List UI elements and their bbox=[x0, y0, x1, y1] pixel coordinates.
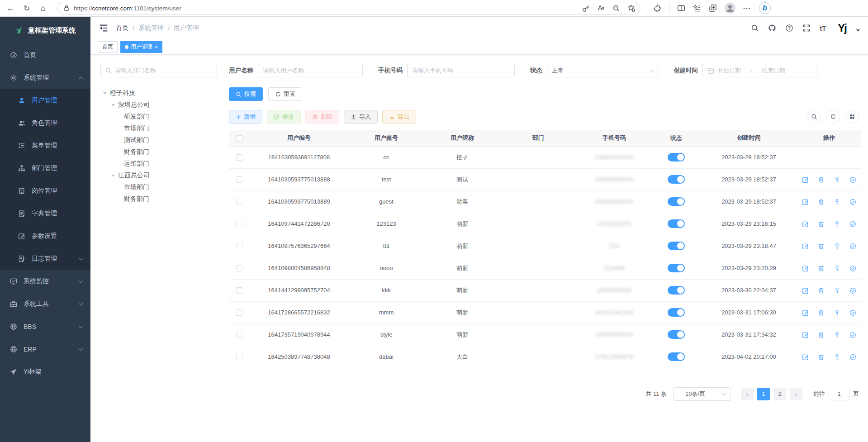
table-search-icon[interactable] bbox=[807, 110, 821, 124]
profile-avatar[interactable] bbox=[725, 3, 735, 14]
date-range-input[interactable]: 开始日期 - 结束日期 bbox=[702, 64, 817, 77]
font-size-icon[interactable]: tT bbox=[820, 24, 826, 32]
address-bar[interactable]: https://ccnetcore.com:1101/system/user bbox=[57, 2, 640, 14]
password-key-icon[interactable] bbox=[582, 5, 590, 12]
search-button[interactable]: 搜索 bbox=[229, 87, 263, 101]
edit-action-icon[interactable] bbox=[802, 199, 809, 205]
reset-button[interactable]: 重置 bbox=[268, 87, 302, 101]
edit-action-icon[interactable] bbox=[802, 176, 809, 183]
breadcrumb-item[interactable]: 首页 bbox=[116, 24, 128, 32]
sidebar-item-monitor[interactable]: 系统监控 bbox=[0, 270, 90, 293]
home-icon[interactable]: ⌂ bbox=[37, 2, 49, 14]
row-checkbox[interactable] bbox=[236, 332, 242, 338]
assign-role-action-icon[interactable] bbox=[849, 199, 856, 205]
sidebar-item-role[interactable]: 角色管理 bbox=[0, 112, 90, 134]
edit-action-icon[interactable] bbox=[802, 354, 809, 361]
github-icon[interactable] bbox=[768, 24, 776, 32]
tree-node[interactable]: 运维部门 bbox=[100, 158, 217, 170]
export-button[interactable]: 导出 bbox=[382, 110, 416, 124]
reset-password-action-icon[interactable] bbox=[834, 265, 840, 272]
tree-expand-icon[interactable] bbox=[111, 175, 115, 177]
tree-expand-icon[interactable] bbox=[103, 92, 107, 95]
copilot-icon[interactable]: b bbox=[759, 2, 771, 14]
tag-用户管理[interactable]: 用户管理× bbox=[120, 41, 162, 53]
reset-password-action-icon[interactable] bbox=[834, 176, 840, 183]
delete-action-icon[interactable] bbox=[818, 265, 825, 272]
goto-page-input[interactable]: 1 bbox=[829, 388, 849, 400]
tree-node[interactable]: 财务部门 bbox=[100, 193, 217, 205]
close-icon[interactable]: × bbox=[155, 44, 158, 50]
split-screen-icon[interactable] bbox=[677, 4, 685, 12]
dept-search-input[interactable]: 请输入部门名称 bbox=[100, 64, 217, 77]
assign-role-action-icon[interactable] bbox=[849, 309, 856, 316]
row-checkbox[interactable] bbox=[236, 154, 242, 161]
assign-role-action-icon[interactable] bbox=[849, 176, 856, 183]
status-toggle[interactable] bbox=[668, 197, 685, 206]
edit-action-icon[interactable] bbox=[802, 221, 809, 228]
sidebar-item-yi[interactable]: Yi框架 bbox=[0, 361, 90, 383]
status-toggle[interactable] bbox=[668, 242, 685, 250]
reset-password-action-icon[interactable] bbox=[834, 199, 840, 205]
row-checkbox[interactable] bbox=[236, 176, 242, 183]
sidebar-item-system[interactable]: 系统管理 bbox=[0, 67, 90, 89]
delete-action-icon[interactable] bbox=[818, 332, 825, 338]
tag-首页[interactable]: 首页 bbox=[98, 41, 118, 53]
status-toggle[interactable] bbox=[668, 175, 685, 184]
edit-action-icon[interactable] bbox=[802, 332, 809, 338]
reset-password-action-icon[interactable] bbox=[834, 354, 840, 361]
sidebar-item-menu[interactable]: 菜单管理 bbox=[0, 134, 90, 157]
user-avatar-logo[interactable]: Yj bbox=[838, 22, 846, 34]
status-toggle[interactable] bbox=[668, 330, 685, 339]
refresh-icon[interactable]: ↻ bbox=[21, 2, 33, 14]
delete-action-icon[interactable] bbox=[818, 354, 825, 361]
assign-role-action-icon[interactable] bbox=[849, 243, 856, 250]
next-page-button[interactable]: › bbox=[790, 388, 802, 400]
tree-node[interactable]: 深圳总公司 bbox=[100, 99, 217, 111]
assign-role-action-icon[interactable] bbox=[849, 354, 856, 361]
page-size-select[interactable]: 10条/页 bbox=[673, 387, 731, 401]
table-refresh-icon[interactable] bbox=[826, 110, 840, 124]
prev-page-button[interactable]: ‹ bbox=[741, 388, 754, 400]
row-checkbox[interactable] bbox=[236, 199, 242, 205]
assign-role-action-icon[interactable] bbox=[849, 332, 856, 338]
zoom-out-icon[interactable] bbox=[612, 5, 620, 12]
reset-password-action-icon[interactable] bbox=[834, 243, 840, 250]
status-toggle[interactable] bbox=[668, 286, 685, 295]
sidebar-item-home[interactable]: 首页 bbox=[0, 44, 90, 67]
status-toggle[interactable] bbox=[668, 308, 685, 317]
assign-role-action-icon[interactable] bbox=[849, 265, 856, 272]
assign-role-action-icon[interactable] bbox=[849, 221, 856, 228]
status-toggle[interactable] bbox=[668, 264, 685, 272]
delete-action-icon[interactable] bbox=[818, 287, 825, 294]
delete-action-icon[interactable] bbox=[818, 243, 825, 250]
row-checkbox[interactable] bbox=[236, 265, 242, 271]
sidebar-item-dict[interactable]: 字典管理 bbox=[0, 202, 90, 225]
import-button[interactable]: 导入 bbox=[344, 110, 378, 124]
tree-node[interactable]: 市场部门 bbox=[100, 123, 217, 134]
sidebar-item-bbs[interactable]: BBS bbox=[0, 315, 90, 338]
edit-action-icon[interactable] bbox=[802, 309, 809, 316]
more-icon[interactable]: ··· bbox=[743, 5, 751, 12]
page-button-1[interactable]: 1 bbox=[757, 388, 770, 400]
delete-action-icon[interactable] bbox=[818, 176, 825, 183]
delete-button[interactable]: 删除 bbox=[305, 110, 339, 124]
search-icon[interactable] bbox=[751, 24, 759, 32]
tree-node[interactable]: 财务部门 bbox=[100, 146, 217, 158]
edit-action-icon[interactable] bbox=[802, 287, 809, 294]
fullscreen-icon[interactable] bbox=[802, 24, 811, 32]
tree-node[interactable]: 江西总公司 bbox=[100, 170, 217, 181]
sidebar-item-log[interactable]: 日志管理 bbox=[0, 247, 90, 270]
favorites-list-icon[interactable] bbox=[693, 4, 701, 12]
row-checkbox[interactable] bbox=[236, 243, 242, 249]
tree-expand-icon[interactable] bbox=[111, 104, 115, 106]
user-menu-caret-icon[interactable] bbox=[856, 29, 860, 32]
assign-role-action-icon[interactable] bbox=[849, 287, 856, 294]
sidebar-item-param[interactable]: 参数设置 bbox=[0, 225, 90, 247]
row-checkbox[interactable] bbox=[236, 354, 242, 360]
row-checkbox[interactable] bbox=[236, 309, 242, 316]
sidebar-item-user[interactable]: 用户管理 bbox=[0, 89, 90, 112]
phone-input[interactable]: 请输入手机号码 bbox=[407, 64, 515, 77]
delete-action-icon[interactable] bbox=[818, 199, 825, 205]
page-button-2[interactable]: 2 bbox=[773, 388, 786, 400]
reset-password-action-icon[interactable] bbox=[834, 309, 840, 316]
